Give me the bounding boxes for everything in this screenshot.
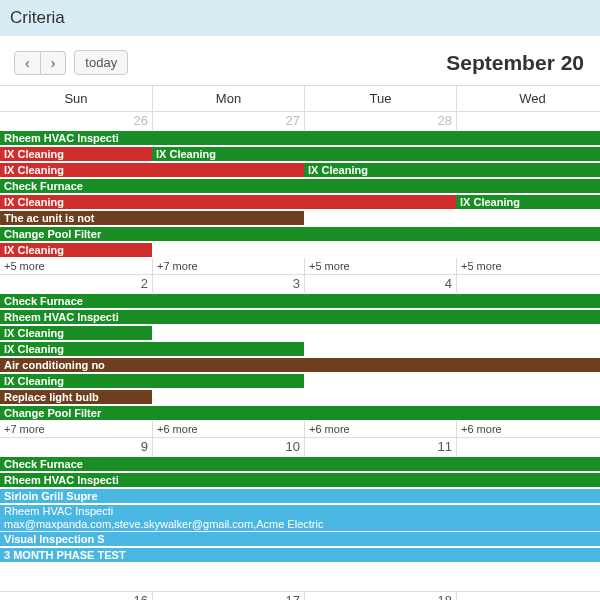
date-cell[interactable]: 18 [304, 592, 456, 600]
event-lane: IX Cleaning [0, 326, 600, 341]
event-lane: Rheem HVAC Inspecti [0, 310, 600, 325]
calendar-event[interactable]: Rheem HVAC Inspecti max@maxpanda.com,ste… [0, 505, 600, 531]
dow-tue: Tue [304, 86, 456, 111]
prev-button[interactable]: ‹ [14, 51, 41, 75]
next-button[interactable]: › [41, 51, 67, 75]
calendar-event[interactable]: IX Cleaning [0, 195, 456, 209]
calendar-event[interactable]: 3 MONTH PHASE TEST [0, 548, 600, 562]
more-row: +5 more+7 more+5 more+5 more [0, 258, 600, 274]
calendar-event[interactable]: The ac unit is not [0, 211, 304, 225]
event-lane: 3 MONTH PHASE TEST [0, 548, 600, 563]
more-link[interactable]: +6 more [152, 421, 304, 437]
date-cell[interactable]: 9 [0, 438, 152, 456]
event-lane: IX CleaningIX Cleaning [0, 147, 600, 162]
date-row: 262728 [0, 112, 600, 130]
dow-mon: Mon [152, 86, 304, 111]
event-lane: Replace light bulb [0, 390, 600, 405]
calendar-event[interactable]: IX Cleaning [0, 342, 304, 356]
date-cell[interactable]: 16 [0, 592, 152, 600]
event-lane: IX Cleaning [0, 374, 600, 389]
event-lane: The ac unit is not [0, 211, 600, 226]
more-link[interactable]: +7 more [0, 421, 152, 437]
event-lane: Rheem HVAC Inspecti max@maxpanda.com,ste… [0, 505, 600, 531]
calendar-event[interactable]: Check Furnace [0, 457, 600, 471]
page-header: Criteria [0, 0, 600, 36]
date-cell[interactable] [456, 275, 600, 293]
date-row: 161718 [0, 592, 600, 600]
more-link[interactable]: +5 more [456, 258, 600, 274]
week-row: 262728Rheem HVAC InspectiIX CleaningIX C… [0, 112, 600, 275]
calendar-event[interactable]: Replace light bulb [0, 390, 152, 404]
more-link[interactable]: +7 more [152, 258, 304, 274]
more-link[interactable]: +5 more [0, 258, 152, 274]
event-lane: Sirloin Grill Supre [0, 489, 600, 504]
calendar-event[interactable]: IX Cleaning [152, 147, 600, 161]
date-row: 234 [0, 275, 600, 293]
event-lane: Check Furnace [0, 457, 600, 472]
date-cell[interactable]: 3 [152, 275, 304, 293]
calendar-event[interactable]: IX Cleaning [0, 163, 304, 177]
calendar-event[interactable]: IX Cleaning [0, 326, 152, 340]
week-row: 161718Sirloin Grill SupreRheem HVAC Insp… [0, 592, 600, 600]
calendar-event[interactable]: Change Pool Filter [0, 227, 600, 241]
calendar-event[interactable]: Air conditioning no [0, 358, 600, 372]
calendar-toolbar: ‹ › today September 20 [0, 36, 600, 85]
more-link[interactable]: +6 more [304, 421, 456, 437]
more-link[interactable]: +6 more [456, 421, 600, 437]
day-of-week-header: Sun Mon Tue Wed [0, 86, 600, 112]
calendar-event[interactable]: Rheem HVAC Inspecti [0, 310, 600, 324]
event-lane: Air conditioning no [0, 358, 600, 373]
week-row: 91011Check FurnaceRheem HVAC InspectiSir… [0, 438, 600, 592]
event-lane: Check Furnace [0, 294, 600, 309]
calendar-event[interactable]: Visual Inspection S [0, 532, 600, 546]
event-lane: Rheem HVAC Inspecti [0, 473, 600, 488]
week-row: 234Check FurnaceRheem HVAC InspectiIX Cl… [0, 275, 600, 438]
event-lane: IX Cleaning [0, 342, 600, 357]
dow-sun: Sun [0, 86, 152, 111]
date-cell[interactable]: 17 [152, 592, 304, 600]
event-lane: Change Pool Filter [0, 227, 600, 242]
event-lane: IX Cleaning [0, 243, 600, 258]
event-lane: IX CleaningIX Cleaning [0, 195, 600, 210]
date-cell[interactable]: 4 [304, 275, 456, 293]
event-lane: Visual Inspection S [0, 532, 600, 547]
calendar-event[interactable]: Check Furnace [0, 179, 600, 193]
date-row: 91011 [0, 438, 600, 456]
date-cell[interactable] [456, 112, 600, 130]
calendar-event[interactable]: Rheem HVAC Inspecti [0, 473, 600, 487]
calendar-event[interactable]: Sirloin Grill Supre [0, 489, 600, 503]
date-cell[interactable]: 26 [0, 112, 152, 130]
date-cell[interactable] [456, 438, 600, 456]
calendar-event[interactable]: IX Cleaning [0, 374, 304, 388]
calendar-event[interactable]: Check Furnace [0, 294, 600, 308]
calendar-event[interactable]: IX Cleaning [0, 243, 152, 257]
calendar-event[interactable]: Change Pool Filter [0, 406, 600, 420]
date-cell[interactable] [456, 592, 600, 600]
more-link[interactable]: +5 more [304, 258, 456, 274]
more-row: +7 more+6 more+6 more+6 more [0, 421, 600, 437]
dow-wed: Wed [456, 86, 600, 111]
date-cell[interactable]: 27 [152, 112, 304, 130]
event-lane: Rheem HVAC Inspecti [0, 131, 600, 146]
date-cell[interactable]: 2 [0, 275, 152, 293]
event-lane: IX CleaningIX Cleaning [0, 163, 600, 178]
event-lane: Change Pool Filter [0, 406, 600, 421]
header-title: Criteria [10, 8, 65, 27]
calendar-event[interactable]: Rheem HVAC Inspecti [0, 131, 600, 145]
calendar-event[interactable]: IX Cleaning [304, 163, 600, 177]
calendar-title: September 20 [446, 51, 584, 75]
calendar-event[interactable]: IX Cleaning [456, 195, 600, 209]
event-lane: Check Furnace [0, 179, 600, 194]
calendar-grid: Sun Mon Tue Wed 262728Rheem HVAC Inspect… [0, 85, 600, 600]
calendar-event[interactable]: IX Cleaning [0, 147, 152, 161]
date-cell[interactable]: 11 [304, 438, 456, 456]
today-button[interactable]: today [74, 50, 128, 75]
nav-button-group: ‹ › [14, 51, 66, 75]
date-cell[interactable]: 10 [152, 438, 304, 456]
date-cell[interactable]: 28 [304, 112, 456, 130]
